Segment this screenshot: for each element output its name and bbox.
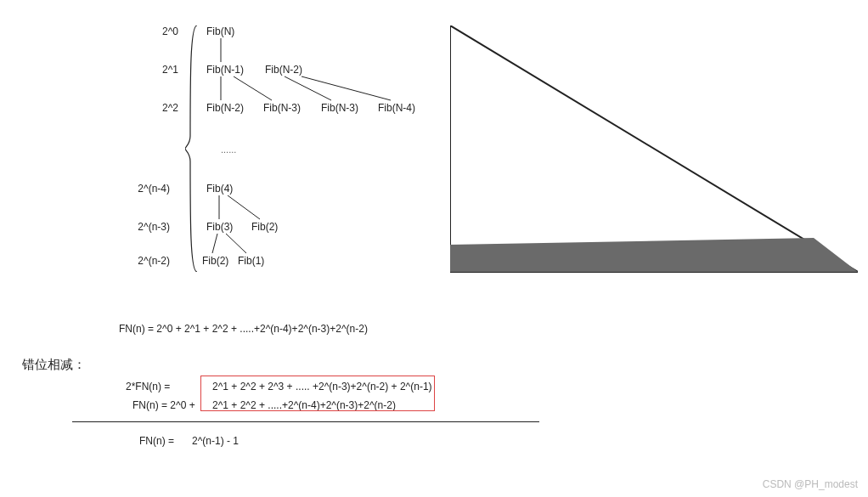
svg-line-3 (285, 76, 331, 100)
eq-result-expr: 2^(n-1) - 1 (192, 435, 239, 447)
triangle-figure (450, 25, 858, 280)
svg-line-7 (212, 234, 217, 253)
svg-line-2 (234, 76, 272, 100)
divider-line (72, 421, 539, 422)
svg-line-6 (228, 195, 260, 219)
eq-fn-label: FN(n) = 2^0 + (132, 399, 195, 411)
eq-result-label: FN(n) = (139, 435, 174, 447)
svg-line-8 (226, 234, 246, 253)
eq-2fn-label: 2*FN(n) = (126, 381, 170, 393)
section-title: 错位相减： (22, 357, 86, 373)
watermark: CSDN @PH_modest (763, 478, 858, 490)
svg-line-4 (302, 76, 391, 100)
diagram-root: 2^0 2^1 2^2 2^(n-4) 2^(n-3) 2^(n-2) Fib(… (0, 0, 868, 497)
tree-connectors (0, 0, 442, 280)
svg-marker-9 (450, 25, 858, 272)
highlight-box (200, 376, 435, 411)
equation-sum: FN(n) = 2^0 + 2^1 + 2^2 + .....+2^(n-4)+… (119, 323, 368, 335)
